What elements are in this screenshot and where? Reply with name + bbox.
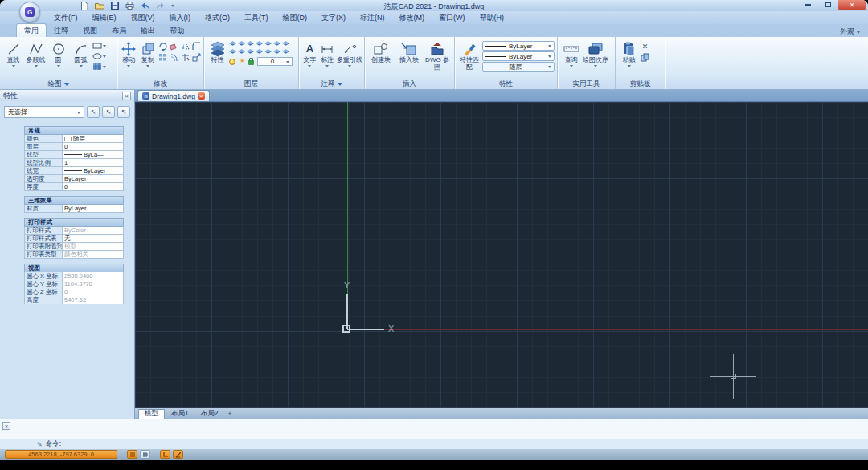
tab-output[interactable]: 输出 <box>133 24 162 37</box>
application-menu-button[interactable]: G <box>19 2 40 22</box>
property-row-lineweight[interactable]: 线宽ByLayer <box>24 167 124 175</box>
tab-layout[interactable]: 布局 <box>104 24 133 37</box>
layer-state-icon[interactable] <box>238 41 245 48</box>
create-block-button[interactable]: 创建块 <box>367 40 395 64</box>
layer-state-icon[interactable] <box>247 41 254 48</box>
section-general[interactable]: 常规 <box>24 126 124 135</box>
dimension-tool-button[interactable]: 标注 <box>319 40 336 67</box>
menu-item-dimension[interactable]: 标注(N) <box>353 13 392 23</box>
layer-state-icon[interactable] <box>229 41 236 48</box>
palette-close-button[interactable]: ✕ <box>122 92 131 100</box>
insert-block-button[interactable]: 插入块 <box>395 40 423 64</box>
property-row-plot-table-type[interactable]: 打印表类型颜色相关 <box>24 251 124 259</box>
layer-lock-icon[interactable] <box>248 60 254 65</box>
maximize-button[interactable] <box>818 0 838 10</box>
layer-state-icon[interactable] <box>282 49 289 56</box>
property-row-transparency[interactable]: 透明度ByLayer <box>24 175 124 183</box>
layer-state-icon[interactable] <box>273 41 280 48</box>
layer-state-icon[interactable] <box>264 41 272 48</box>
property-row-plotstyle-table[interactable]: 打印样式表无 <box>24 235 124 243</box>
layer-state-icon[interactable] <box>229 49 236 56</box>
layer-state-icon[interactable] <box>282 41 289 48</box>
dwg-xref-button[interactable]: DWG 参照 <box>424 40 451 72</box>
linetype-dropdown[interactable]: 随层 <box>482 62 555 72</box>
layer-dropdown[interactable]: 0 <box>257 57 293 66</box>
snap-toggle[interactable] <box>127 450 137 459</box>
color-dropdown[interactable]: ByLayer <box>482 41 555 51</box>
mirror-tool-icon[interactable] <box>180 41 190 51</box>
property-row-plotstyle[interactable]: 打印样式ByColor <box>24 227 124 235</box>
layer-state-icon[interactable] <box>247 49 254 56</box>
panel-label-layers[interactable]: 图层 <box>204 79 298 89</box>
trim-tool-icon[interactable] <box>180 52 190 63</box>
property-row-material[interactable]: 材质ByLayer <box>24 205 124 213</box>
rectangle-tool-button[interactable] <box>92 41 106 51</box>
menu-item-window[interactable]: 窗口(W) <box>432 13 473 23</box>
command-history[interactable]: ✕ <box>0 419 868 439</box>
menu-item-file[interactable]: 文件(F) <box>47 13 85 23</box>
ellipse-tool-button[interactable] <box>92 51 106 61</box>
menu-item-format[interactable]: 格式(O) <box>198 13 237 23</box>
property-row-plot-table-attached[interactable]: 打印表附着到模型 <box>24 243 124 251</box>
polyline-tool-button[interactable]: 多段线 <box>25 40 47 67</box>
section-plot-style[interactable]: 打印样式 <box>24 218 124 227</box>
tab-help[interactable]: 帮助 <box>162 24 191 37</box>
panel-label-modify[interactable]: 修改 <box>117 79 203 89</box>
tab-view[interactable]: 视图 <box>76 24 104 37</box>
panel-label-insert[interactable]: 插入 <box>365 79 454 89</box>
layer-properties-button[interactable]: 特性 <box>207 40 228 64</box>
property-row-height[interactable]: 高度5407.62 <box>24 296 124 304</box>
document-tab[interactable]: G Drawing1.dwg ✕ <box>137 90 210 101</box>
layer-on-icon[interactable] <box>229 59 235 65</box>
layer-state-icon[interactable] <box>256 41 263 48</box>
paste-button[interactable]: 粘贴 <box>618 40 640 67</box>
panel-label-draw[interactable]: 绘图 <box>0 79 117 89</box>
section-view[interactable]: 视图 <box>24 264 124 272</box>
menu-item-view[interactable]: 视图(V) <box>124 13 162 23</box>
property-row-thickness[interactable]: 厚度0 <box>24 183 124 191</box>
layer-thaw-icon[interactable]: ☀ <box>239 58 245 65</box>
property-row-color[interactable]: 颜色随层 <box>24 135 124 143</box>
close-button[interactable]: ✕ <box>838 0 866 10</box>
arc-tool-button[interactable]: 圆弧 <box>70 40 92 67</box>
copy-clip-icon[interactable] <box>641 52 649 62</box>
scale-tool-icon[interactable] <box>191 52 202 63</box>
command-line[interactable]: ✎ 命令: <box>0 439 868 449</box>
drawing-canvas[interactable]: Y X <box>135 102 868 408</box>
draw-order-button[interactable]: 绘图次序 <box>583 40 608 67</box>
palette-header[interactable]: 特性 ✕ <box>0 90 134 101</box>
circle-tool-button[interactable]: 圆 <box>47 40 69 67</box>
copy-tool-button[interactable]: 复制 <box>139 40 158 67</box>
tab-home[interactable]: 常用 <box>16 23 47 37</box>
panel-label-clipboard[interactable]: 剪贴板 <box>616 79 665 89</box>
layer-state-icon[interactable] <box>273 49 280 56</box>
menu-item-insert[interactable]: 插入(I) <box>162 13 199 23</box>
layer-state-icon[interactable] <box>264 49 272 56</box>
menu-item-tools[interactable]: 工具(T) <box>237 13 276 23</box>
add-layout-button[interactable]: + <box>224 409 235 419</box>
move-tool-button[interactable]: 移动 <box>120 40 138 67</box>
menu-item-edit[interactable]: 编辑(E) <box>85 13 124 23</box>
selection-dropdown[interactable]: 无选择 <box>4 106 84 118</box>
inquiry-button[interactable]: 查询 <box>560 40 582 67</box>
property-row-center-z[interactable]: 圆心 Z 坐标0 <box>24 288 124 296</box>
multileader-tool-button[interactable]: 多重引线 <box>337 40 362 67</box>
document-close-icon[interactable]: ✕ <box>198 92 205 100</box>
polar-toggle[interactable] <box>173 450 183 459</box>
array-tool-icon[interactable] <box>158 52 168 63</box>
hatch-tool-button[interactable] <box>92 62 106 72</box>
select-objects-button[interactable]: ↖ <box>102 106 115 118</box>
text-tool-button[interactable]: A文字 <box>301 40 318 67</box>
appearance-menu[interactable]: 外观 <box>840 27 860 37</box>
layer-state-icon[interactable] <box>256 49 263 56</box>
command-close-button[interactable]: ✕ <box>2 422 10 430</box>
property-row-center-y[interactable]: 圆心 Y 坐标1104.3778 <box>24 280 124 288</box>
section-3d-effects[interactable]: 三维效果 <box>24 196 124 205</box>
menu-item-modify[interactable]: 修改(M) <box>392 13 432 23</box>
rotate-tool-icon[interactable] <box>158 41 168 51</box>
match-properties-button[interactable]: 特性匹配 <box>457 40 481 72</box>
line-tool-button[interactable]: 直线 <box>2 40 24 67</box>
cut-icon[interactable]: ✕ <box>641 42 649 51</box>
tab-annotate[interactable]: 注释 <box>47 24 76 37</box>
panel-label-annotate[interactable]: 注释 <box>299 79 364 89</box>
